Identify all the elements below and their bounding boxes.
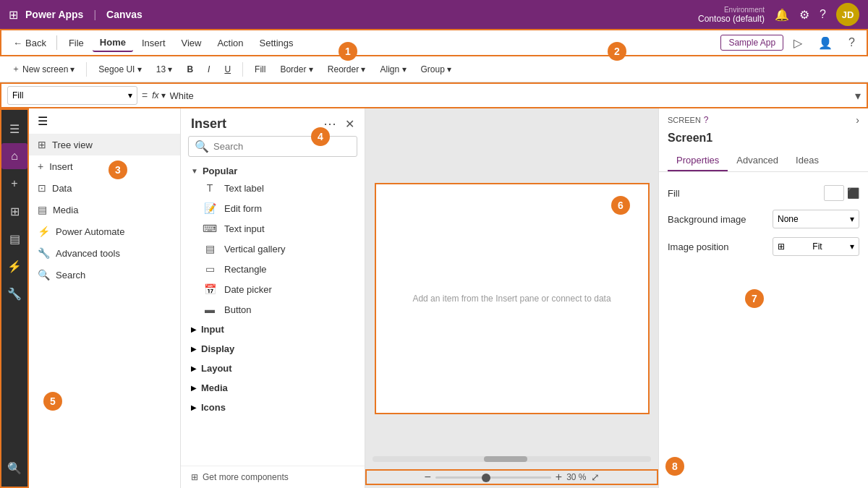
insert-search-bar[interactable]: 🔍	[188, 136, 357, 157]
fill-button[interactable]: Fill	[249, 63, 271, 76]
underline-button[interactable]: U	[218, 63, 237, 76]
settings-icon[interactable]: ⚙	[799, 8, 809, 22]
rail-home-icon[interactable]: ⌂	[1, 143, 27, 169]
new-screen-label: New screen	[22, 64, 68, 74]
menu-view[interactable]: View	[174, 35, 209, 51]
image-position-value: Fit	[812, 241, 822, 252]
font-dropdown[interactable]: Segoe UI ▾	[93, 63, 147, 76]
fill-property-value: ⬛	[824, 185, 859, 201]
zoom-in-icon[interactable]: +	[556, 471, 562, 484]
fx-button[interactable]: fx ▾	[152, 90, 165, 100]
power-automate-panel-item[interactable]: ⚡ Power Automate	[29, 221, 180, 242]
insert-edit-form-item[interactable]: 📝 Edit form	[181, 198, 365, 218]
menu-insert[interactable]: Insert	[135, 35, 173, 51]
advanced-tools-panel-item[interactable]: 🔧 Advanced tools	[29, 242, 180, 264]
search-label: Search	[56, 270, 85, 281]
power-automate-label: Power Automate	[56, 226, 124, 237]
fill-color-swatch[interactable]	[824, 185, 844, 201]
zoom-out-icon[interactable]: −	[424, 471, 430, 484]
image-position-dropdown[interactable]: ⊞ Fit ▾	[773, 237, 859, 256]
canvas-frame[interactable]: Add an item from the Insert pane or conn…	[375, 183, 650, 414]
align-button[interactable]: Align ▾	[374, 63, 412, 76]
bold-button[interactable]: B	[181, 63, 199, 76]
annotation-6: 6	[611, 196, 630, 215]
fill-color-picker-icon[interactable]: ⬛	[847, 187, 859, 199]
annotation-5: 5	[43, 392, 62, 411]
tab-properties[interactable]: Properties	[668, 150, 728, 171]
screen-help-icon[interactable]: ?	[704, 115, 709, 125]
play-icon[interactable]: ▷	[788, 33, 808, 53]
menu-action[interactable]: Action	[210, 35, 250, 51]
zoom-slider[interactable]	[435, 476, 551, 479]
rail-tools-icon[interactable]: 🔧	[1, 281, 27, 307]
icons-arrow-icon: ▶	[191, 403, 197, 411]
rail-add-icon[interactable]: +	[1, 171, 27, 197]
new-screen-button[interactable]: ＋ New screen ▾	[6, 61, 80, 77]
rail-power-automate-icon[interactable]: ⚡	[1, 253, 27, 279]
menu-home[interactable]: Home	[93, 34, 133, 52]
insert-search-input[interactable]	[213, 141, 351, 152]
data-panel-item[interactable]: ⊡ Data	[29, 177, 180, 199]
text-label-text: Text label	[224, 183, 264, 194]
insert-panel-item[interactable]: + Insert	[29, 155, 180, 177]
menubar-help-icon[interactable]: ?	[843, 33, 861, 52]
group-button[interactable]: Group ▾	[415, 63, 458, 76]
icons-section-header[interactable]: ▶ Icons	[181, 398, 365, 417]
insert-text-label-item[interactable]: T Text label	[181, 178, 365, 198]
formula-input[interactable]	[170, 90, 851, 101]
power-automate-icon: ⚡	[38, 226, 50, 237]
text-input-text: Text input	[224, 223, 265, 234]
get-more-label: Get more components	[203, 472, 289, 482]
tree-view-item[interactable]: ⊞ Tree view	[29, 134, 180, 155]
media-label: Media	[53, 205, 78, 215]
rail-search-icon[interactable]: 🔍	[1, 455, 27, 481]
border-button[interactable]: Border ▾	[274, 63, 318, 76]
insert-vertical-gallery-item[interactable]: ▤ Vertical gallery	[181, 239, 365, 259]
insert-button-item[interactable]: ▬ Button	[181, 299, 365, 320]
input-section-header[interactable]: ▶ Input	[181, 320, 365, 339]
zoom-slider-thumb[interactable]	[482, 474, 490, 482]
background-image-dropdown[interactable]: None ▾	[773, 210, 859, 228]
hamburger-icon: ☰	[38, 114, 48, 128]
menu-settings[interactable]: Settings	[252, 35, 301, 51]
waffle-icon[interactable]: ⊞	[9, 8, 18, 22]
media-panel-item[interactable]: ▤ Media	[29, 199, 180, 221]
layout-section-header[interactable]: ▶ Layout	[181, 359, 365, 378]
tab-ideas[interactable]: Ideas	[787, 150, 827, 171]
insert-close-icon[interactable]: ✕	[345, 117, 354, 131]
search-panel-item[interactable]: 🔍 Search	[29, 264, 180, 286]
insert-rectangle-item[interactable]: ▭ Rectangle	[181, 259, 365, 279]
fx-chevron: ▾	[161, 90, 166, 100]
share-icon[interactable]: 👤	[812, 33, 838, 53]
rail-hamburger-icon[interactable]: ☰	[1, 116, 27, 142]
popular-section-header[interactable]: ▼ Popular	[181, 163, 365, 178]
help-icon[interactable]: ?	[820, 8, 826, 21]
menu-file[interactable]: File	[61, 35, 91, 51]
get-more-components-button[interactable]: ⊞ Get more components	[181, 466, 365, 488]
background-image-label: Background image	[668, 214, 746, 225]
rail-media-icon[interactable]: ▤	[1, 226, 27, 252]
sample-app-button[interactable]: Sample App	[720, 35, 783, 51]
media-section-header[interactable]: ▶ Media	[181, 378, 365, 398]
display-section-header[interactable]: ▶ Display	[181, 339, 365, 359]
italic-button[interactable]: I	[202, 63, 216, 76]
right-panel-collapse-icon[interactable]: ›	[856, 114, 859, 126]
canvas-scrollbar-h[interactable]	[373, 456, 651, 462]
rail-data-icon[interactable]: ⊞	[1, 198, 27, 224]
bell-icon[interactable]: 🔔	[775, 8, 789, 22]
tab-advanced[interactable]: Advanced	[728, 150, 787, 171]
user-avatar[interactable]: JD	[836, 3, 859, 26]
back-button[interactable]: ← Back	[7, 35, 52, 51]
annotation-1: 1	[339, 42, 357, 61]
insert-date-picker-item[interactable]: 📅 Date picker	[181, 279, 365, 299]
reorder-button[interactable]: Reorder ▾	[322, 63, 372, 76]
font-size-dropdown[interactable]: 13 ▾	[150, 63, 179, 76]
zoom-expand-icon[interactable]: ⤢	[591, 471, 600, 483]
popular-label: Popular	[203, 166, 237, 176]
scrollbar-thumb-h[interactable]	[484, 456, 527, 462]
font-size: 13 ▾	[156, 64, 173, 74]
insert-text-input-item[interactable]: ⌨ Text input	[181, 218, 365, 239]
property-dropdown[interactable]: Fill ▾	[7, 86, 137, 105]
formula-expand-icon[interactable]: ▾	[855, 89, 861, 103]
annotation-4: 4	[311, 127, 330, 146]
